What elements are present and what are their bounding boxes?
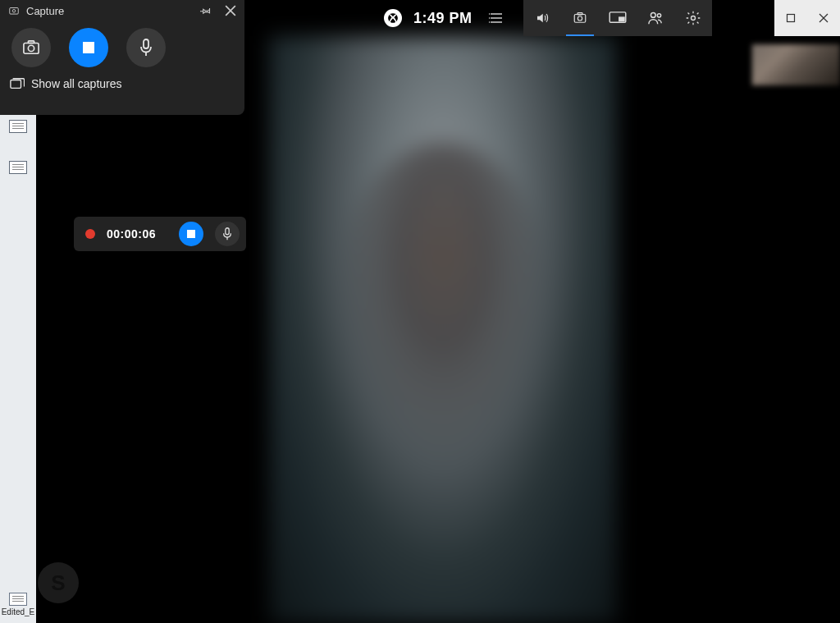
svg-point-18 bbox=[12, 10, 16, 13]
gamebar-clock: 1:49 PM bbox=[413, 10, 472, 27]
skype-icon[interactable]: S bbox=[38, 562, 79, 603]
window-restore-button[interactable] bbox=[774, 0, 807, 36]
window-close-button[interactable] bbox=[807, 0, 840, 36]
recording-indicator-icon bbox=[85, 229, 95, 239]
picture-in-picture-thumbnail[interactable] bbox=[751, 44, 840, 85]
capture-icon bbox=[8, 5, 20, 16]
desktop-file-icon-2[interactable] bbox=[2, 161, 34, 174]
svg-point-7 bbox=[578, 16, 582, 21]
gamebar-overlay-button[interactable] bbox=[599, 0, 637, 36]
gamebar-tool-panel bbox=[523, 0, 712, 36]
screenshot-button[interactable] bbox=[11, 28, 51, 67]
recording-mic-button[interactable] bbox=[215, 222, 240, 246]
gamebar-menu-button[interactable] bbox=[484, 0, 509, 36]
gamebar-status: 1:49 PM bbox=[376, 0, 523, 36]
capture-close-button[interactable] bbox=[221, 2, 240, 20]
recording-stop-button[interactable] bbox=[179, 222, 203, 246]
recording-elapsed-time: 00:00:06 bbox=[107, 227, 156, 240]
svg-point-11 bbox=[651, 13, 655, 18]
svg-point-3 bbox=[489, 13, 490, 15]
gamebar-volume-button[interactable] bbox=[523, 0, 561, 36]
svg-point-12 bbox=[657, 14, 660, 17]
gamebar-settings-button[interactable] bbox=[674, 0, 712, 36]
show-all-captures-label: Show all captures bbox=[31, 77, 122, 90]
svg-rect-8 bbox=[578, 13, 582, 15]
svg-rect-10 bbox=[619, 17, 623, 21]
main-video-feed bbox=[269, 36, 617, 623]
capture-widget-header: Capture bbox=[0, 0, 244, 21]
desktop-file-edited[interactable]: Edited_E bbox=[2, 593, 34, 616]
gallery-icon bbox=[10, 77, 25, 90]
recording-status-bar: 00:00:06 bbox=[74, 217, 246, 251]
desktop-file-icon-1[interactable] bbox=[2, 120, 34, 133]
svg-rect-25 bbox=[144, 39, 148, 48]
svg-rect-27 bbox=[11, 80, 21, 89]
capture-widget-buttons bbox=[0, 21, 244, 67]
svg-point-4 bbox=[489, 17, 490, 19]
xbox-icon[interactable] bbox=[384, 9, 402, 27]
svg-rect-17 bbox=[10, 8, 19, 15]
svg-rect-28 bbox=[187, 230, 195, 238]
microphone-toggle-button[interactable] bbox=[126, 28, 166, 67]
svg-rect-14 bbox=[788, 15, 795, 22]
window-chrome bbox=[774, 0, 840, 36]
document-icon bbox=[9, 593, 27, 606]
svg-rect-23 bbox=[28, 41, 34, 44]
document-icon bbox=[9, 120, 27, 133]
desktop-background: Edited_E bbox=[0, 115, 36, 623]
capture-pin-button[interactable] bbox=[197, 2, 215, 20]
svg-point-13 bbox=[691, 16, 695, 21]
show-all-captures-link[interactable]: Show all captures bbox=[0, 67, 244, 90]
stop-recording-button[interactable] bbox=[69, 28, 108, 67]
desktop-file-label: Edited_E bbox=[2, 607, 35, 616]
capture-widget-title: Capture bbox=[26, 5, 64, 17]
svg-rect-29 bbox=[226, 228, 229, 235]
svg-point-22 bbox=[28, 45, 34, 51]
svg-rect-24 bbox=[83, 42, 94, 53]
gamebar-top-strip: 1:49 PM bbox=[376, 0, 712, 36]
svg-rect-6 bbox=[574, 15, 586, 23]
gamebar-social-button[interactable] bbox=[637, 0, 674, 36]
skype-letter: S bbox=[51, 570, 65, 596]
gamebar-capture-button[interactable] bbox=[561, 0, 599, 36]
capture-widget: Capture Show all captures bbox=[0, 0, 244, 115]
document-icon bbox=[9, 161, 27, 174]
svg-point-5 bbox=[489, 21, 490, 23]
